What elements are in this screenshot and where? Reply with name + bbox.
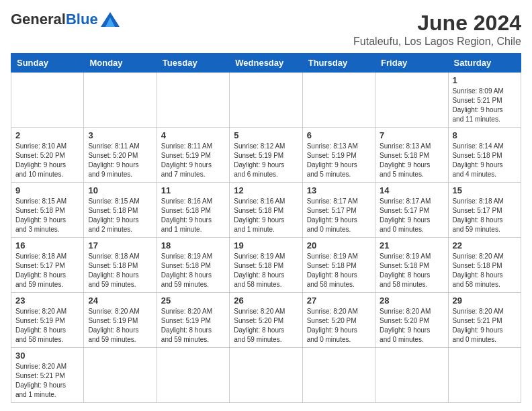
day-info: Sunrise: 8:13 AM Sunset: 5:18 PM Dayligh… [380, 142, 443, 179]
location-title: Futaleufu, Los Lagos Region, Chile [353, 36, 521, 48]
calendar-cell: 27Sunrise: 8:20 AM Sunset: 5:20 PM Dayli… [302, 293, 375, 348]
day-info: Sunrise: 8:20 AM Sunset: 5:20 PM Dayligh… [234, 307, 298, 345]
calendar-week-row: 16Sunrise: 8:18 AM Sunset: 5:17 PM Dayli… [11, 238, 521, 293]
calendar-cell: 8Sunrise: 8:14 AM Sunset: 5:18 PM Daylig… [448, 128, 521, 183]
day-info: Sunrise: 8:10 AM Sunset: 5:20 PM Dayligh… [15, 142, 79, 179]
day-number: 6 [307, 130, 371, 140]
day-number: 7 [380, 130, 443, 140]
calendar-cell: 28Sunrise: 8:20 AM Sunset: 5:20 PM Dayli… [375, 293, 448, 348]
weekday-header-sunday: Sunday [11, 54, 84, 73]
calendar-cell: 9Sunrise: 8:15 AM Sunset: 5:18 PM Daylig… [11, 183, 84, 238]
calendar-week-row: 23Sunrise: 8:20 AM Sunset: 5:19 PM Dayli… [11, 293, 521, 348]
day-info: Sunrise: 8:20 AM Sunset: 5:18 PM Dayligh… [453, 252, 517, 289]
weekday-header-row: SundayMondayTuesdayWednesdayThursdayFrid… [11, 54, 521, 73]
day-info: Sunrise: 8:11 AM Sunset: 5:20 PM Dayligh… [88, 142, 152, 179]
day-info: Sunrise: 8:18 AM Sunset: 5:17 PM Dayligh… [15, 252, 79, 289]
calendar-cell: 10Sunrise: 8:15 AM Sunset: 5:18 PM Dayli… [84, 183, 157, 238]
day-number: 8 [453, 130, 517, 140]
day-number: 29 [453, 295, 517, 306]
day-number: 27 [307, 295, 371, 306]
day-info: Sunrise: 8:20 AM Sunset: 5:19 PM Dayligh… [15, 307, 79, 345]
calendar-cell: 18Sunrise: 8:19 AM Sunset: 5:18 PM Dayli… [157, 238, 229, 293]
day-info: Sunrise: 8:15 AM Sunset: 5:18 PM Dayligh… [88, 197, 152, 234]
day-number: 5 [234, 130, 298, 140]
day-number: 11 [161, 185, 225, 195]
day-number: 1 [453, 75, 517, 85]
logo-icon [101, 12, 120, 27]
calendar-cell: 12Sunrise: 8:16 AM Sunset: 5:18 PM Dayli… [230, 183, 302, 238]
day-number: 16 [15, 240, 79, 250]
calendar-cell: 1Sunrise: 8:09 AM Sunset: 5:21 PM Daylig… [448, 73, 521, 128]
day-number: 13 [307, 185, 371, 195]
weekday-header-monday: Monday [84, 54, 157, 73]
day-info: Sunrise: 8:09 AM Sunset: 5:21 PM Dayligh… [453, 87, 517, 124]
calendar-week-row: 2Sunrise: 8:10 AM Sunset: 5:20 PM Daylig… [11, 128, 521, 183]
day-info: Sunrise: 8:19 AM Sunset: 5:18 PM Dayligh… [307, 252, 371, 289]
day-info: Sunrise: 8:17 AM Sunset: 5:17 PM Dayligh… [307, 197, 371, 234]
calendar-cell: 11Sunrise: 8:16 AM Sunset: 5:18 PM Dayli… [157, 183, 229, 238]
calendar-cell: 6Sunrise: 8:13 AM Sunset: 5:19 PM Daylig… [302, 128, 375, 183]
day-number: 22 [453, 240, 517, 250]
calendar-cell [302, 348, 375, 403]
calendar-cell [11, 73, 84, 128]
weekday-header-saturday: Saturday [448, 54, 521, 73]
calendar-cell: 25Sunrise: 8:20 AM Sunset: 5:19 PM Dayli… [157, 293, 229, 348]
calendar-cell: 26Sunrise: 8:20 AM Sunset: 5:20 PM Dayli… [230, 293, 302, 348]
day-info: Sunrise: 8:19 AM Sunset: 5:18 PM Dayligh… [161, 252, 225, 289]
calendar-week-row: 30Sunrise: 8:20 AM Sunset: 5:21 PM Dayli… [11, 348, 521, 403]
calendar-cell [302, 73, 375, 128]
day-number: 18 [161, 240, 225, 250]
calendar-cell: 14Sunrise: 8:17 AM Sunset: 5:17 PM Dayli… [375, 183, 448, 238]
month-title: June 2024 [353, 11, 521, 36]
day-number: 2 [15, 130, 79, 140]
day-number: 28 [380, 295, 443, 306]
day-info: Sunrise: 8:18 AM Sunset: 5:18 PM Dayligh… [88, 252, 152, 289]
logo-area: General Blue [11, 11, 120, 28]
calendar-cell [375, 348, 448, 403]
calendar-cell: 30Sunrise: 8:20 AM Sunset: 5:21 PM Dayli… [11, 348, 84, 403]
day-number: 26 [234, 295, 298, 306]
day-number: 15 [453, 185, 517, 195]
calendar-cell: 4Sunrise: 8:11 AM Sunset: 5:19 PM Daylig… [157, 128, 229, 183]
calendar-cell: 15Sunrise: 8:18 AM Sunset: 5:17 PM Dayli… [448, 183, 521, 238]
day-info: Sunrise: 8:15 AM Sunset: 5:18 PM Dayligh… [15, 197, 79, 234]
day-number: 12 [234, 185, 298, 195]
weekday-header-thursday: Thursday [302, 54, 375, 73]
day-number: 19 [234, 240, 298, 250]
day-number: 10 [88, 185, 152, 195]
calendar-cell [448, 348, 521, 403]
day-info: Sunrise: 8:19 AM Sunset: 5:18 PM Dayligh… [380, 252, 443, 289]
day-info: Sunrise: 8:18 AM Sunset: 5:17 PM Dayligh… [453, 197, 517, 234]
calendar-cell [230, 73, 302, 128]
day-number: 30 [15, 351, 79, 361]
calendar-cell [230, 348, 302, 403]
day-number: 20 [307, 240, 371, 250]
calendar-cell: 17Sunrise: 8:18 AM Sunset: 5:18 PM Dayli… [84, 238, 157, 293]
calendar-cell [84, 73, 157, 128]
calendar-cell: 19Sunrise: 8:19 AM Sunset: 5:18 PM Dayli… [230, 238, 302, 293]
calendar-cell [157, 348, 229, 403]
day-number: 9 [15, 185, 79, 195]
day-info: Sunrise: 8:20 AM Sunset: 5:19 PM Dayligh… [161, 307, 225, 345]
day-number: 23 [15, 295, 79, 306]
calendar-week-row: 1Sunrise: 8:09 AM Sunset: 5:21 PM Daylig… [11, 73, 521, 128]
day-info: Sunrise: 8:20 AM Sunset: 5:20 PM Dayligh… [380, 307, 443, 345]
calendar-cell: 2Sunrise: 8:10 AM Sunset: 5:20 PM Daylig… [11, 128, 84, 183]
day-info: Sunrise: 8:17 AM Sunset: 5:17 PM Dayligh… [380, 197, 443, 234]
day-info: Sunrise: 8:12 AM Sunset: 5:19 PM Dayligh… [234, 142, 298, 179]
day-number: 14 [380, 185, 443, 195]
day-info: Sunrise: 8:19 AM Sunset: 5:18 PM Dayligh… [234, 252, 298, 289]
calendar-cell [84, 348, 157, 403]
day-info: Sunrise: 8:11 AM Sunset: 5:19 PM Dayligh… [161, 142, 225, 179]
day-number: 24 [88, 295, 152, 306]
weekday-header-tuesday: Tuesday [157, 54, 229, 73]
day-info: Sunrise: 8:16 AM Sunset: 5:18 PM Dayligh… [234, 197, 298, 234]
calendar-table: SundayMondayTuesdayWednesdayThursdayFrid… [11, 53, 521, 403]
calendar-cell [375, 73, 448, 128]
weekday-header-friday: Friday [375, 54, 448, 73]
day-info: Sunrise: 8:20 AM Sunset: 5:19 PM Dayligh… [88, 307, 152, 345]
day-info: Sunrise: 8:16 AM Sunset: 5:18 PM Dayligh… [161, 197, 225, 234]
page-header: General Blue June 2024 Futaleufu, Los La… [11, 11, 521, 48]
calendar-cell: 3Sunrise: 8:11 AM Sunset: 5:20 PM Daylig… [84, 128, 157, 183]
day-info: Sunrise: 8:20 AM Sunset: 5:21 PM Dayligh… [453, 307, 517, 345]
